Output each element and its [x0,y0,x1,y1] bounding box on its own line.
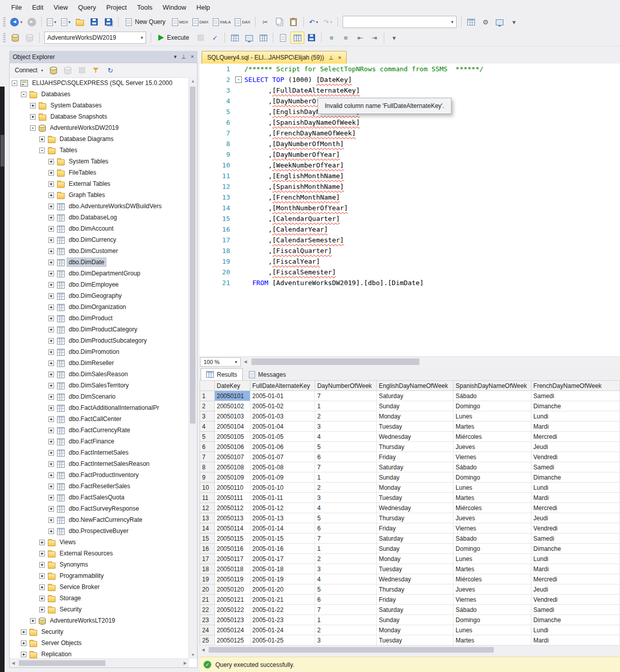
grid-cell[interactable]: 20050118 [214,564,250,574]
expander-icon[interactable]: + [39,596,45,601]
pin-icon[interactable]: ⊥ [328,54,333,61]
grid-cell[interactable]: Mercredi [531,432,619,442]
tree-item[interactable]: +dbo.DimEmployee [10,279,189,290]
grid-row-header[interactable]: 22 [200,605,215,615]
grid-cell[interactable]: 20050119 [214,574,250,584]
grid-cell[interactable]: Mardi [531,564,619,574]
tree-item[interactable]: -Databases [10,89,189,100]
execute-button[interactable]: Execute [154,31,193,44]
filter-icon[interactable] [90,65,103,76]
expander-icon[interactable]: + [48,304,54,310]
expander-icon[interactable]: + [48,293,54,299]
document-tab[interactable]: SQLQuery4.sql - ELI...JAHSPC\Elijah (59)… [202,51,347,64]
expander-icon[interactable]: + [48,461,54,467]
grid-cell[interactable]: 20050102 [214,401,250,411]
grid-column-header[interactable]: EnglishDayNameOfWeek [377,381,454,391]
menu-item-edit[interactable]: Edit [27,2,48,13]
grid-cell[interactable]: 20050120 [214,584,250,595]
grid-cell[interactable]: 2005-01-06 [250,442,315,452]
grid-cell[interactable]: Martes [454,564,531,574]
add-item-icon[interactable]: ▾ [59,16,72,27]
grid-row-header[interactable]: 12 [200,503,215,513]
expander-icon[interactable]: + [48,484,54,489]
grid-cell[interactable]: 20050117 [214,554,250,564]
autohide-scrollbar[interactable] [0,87,5,672]
tree-item[interactable]: +dbo.FactAdditionalInternationalPr [10,402,189,413]
expander-icon[interactable]: + [48,248,54,254]
menu-item-project[interactable]: Project [101,2,132,13]
grid-cell[interactable]: 2005-01-04 [250,422,315,432]
expander-icon[interactable]: + [39,607,45,612]
grid-cell[interactable]: Jeudi [531,584,619,595]
tree-item[interactable]: +dbo.DimSalesTerritory [10,380,189,391]
grid-cell[interactable]: 6 [315,595,377,605]
expander-icon[interactable]: + [48,159,54,164]
tree-item[interactable]: -AdventureWorksDW2019 [10,122,189,133]
grid-cell[interactable]: Tuesday [377,422,454,432]
grid-cell[interactable]: Dimanche [531,544,619,554]
tree-item[interactable]: +System Databases [10,100,189,111]
scroll-right-icon[interactable]: ▶ [184,661,187,665]
expander-icon[interactable]: + [48,338,54,344]
grid-cell[interactable]: 20050116 [214,544,250,554]
grid-cell[interactable]: 2005-01-15 [250,534,315,544]
grid-cell[interactable]: Saturday [377,391,454,401]
tree-item[interactable]: -ELIJAHSPC\SQLEXPRESS (SQL Server 15.0.2… [10,77,189,89]
grid-cell[interactable]: 2005-01-14 [250,523,315,534]
tree-item[interactable]: +dbo.FactResellerSales [10,481,189,492]
grid-cell[interactable]: 5 [315,513,377,523]
grid-cell[interactable]: 1 [315,615,377,625]
tree-item[interactable]: +External Resources [10,548,189,559]
grid-cell[interactable]: Viernes [454,523,531,534]
scroll-left-icon[interactable]: ◀ [12,661,15,665]
expander-icon[interactable]: + [48,349,54,355]
expander-icon[interactable]: + [48,428,54,433]
grid-cell[interactable]: Miércoles [454,432,531,442]
expander-icon[interactable]: + [39,562,45,568]
grid-cell[interactable]: 2005-01-21 [250,595,315,605]
tree-item[interactable]: +Security [10,604,189,615]
grid-cell[interactable]: 7 [315,462,377,472]
zoom-control[interactable]: 100 % ▾ [200,357,241,367]
grid-row-header[interactable]: 18 [200,564,215,574]
tree-item[interactable]: +Server Objects [10,637,189,649]
expander-icon[interactable]: + [48,495,54,500]
object-explorer-horizontal-scrollbar[interactable]: ◀ ▶ [10,658,189,667]
grid-cell[interactable]: Lunes [454,554,531,564]
tree-item[interactable]: +Graph Tables [10,189,189,201]
grid-row-header[interactable]: 3 [200,411,215,422]
expander-icon[interactable]: + [48,528,54,534]
new-query-button[interactable]: New Query [122,15,170,29]
grid-cell[interactable]: Samedi [531,462,619,472]
grid-cell[interactable]: Dimanche [531,401,619,411]
grid-cell[interactable]: Thursday [377,442,454,452]
grid-cell[interactable]: 6 [315,452,377,462]
grid-cell[interactable]: 2 [315,411,377,422]
grid-cell[interactable]: 20050122 [214,605,250,615]
expander-icon[interactable]: + [48,271,54,276]
grid-cell[interactable]: Monday [377,483,454,493]
activity-monitor-icon[interactable] [493,16,506,27]
grid-cell[interactable]: 6 [315,523,377,534]
grid-cell[interactable]: Saturday [377,462,454,472]
save-all-icon[interactable] [102,16,115,27]
grid-cell[interactable]: Jeudi [531,513,619,523]
expander-icon[interactable]: + [48,405,54,411]
grid-cell[interactable]: Saturday [377,605,454,615]
toolbar-overflow-icon[interactable]: ▾ [387,32,401,43]
increase-indent-icon[interactable]: ⇥ [368,32,381,43]
toolbar-overflow-icon[interactable]: ▾ [508,16,521,27]
expander-icon[interactable]: + [48,439,54,444]
connect-database-icon[interactable] [9,32,22,43]
tree-item[interactable]: +dbo.DimCurrency [10,234,189,245]
grid-cell[interactable]: 2005-01-09 [250,472,315,483]
grid-cell[interactable]: 4 [315,503,377,513]
expander-icon[interactable]: + [30,618,36,624]
expander-icon[interactable]: + [39,584,45,590]
grid-cell[interactable]: 7 [315,534,377,544]
tree-item[interactable]: +dbo.DimProductCategory [10,324,189,335]
grid-cell[interactable]: Lunes [454,411,531,422]
grid-cell[interactable]: 2 [315,483,377,493]
tree-item[interactable]: +dbo.AdventureWorksDWBuildVers [10,201,189,212]
tree-item[interactable]: +Replication [10,649,189,659]
